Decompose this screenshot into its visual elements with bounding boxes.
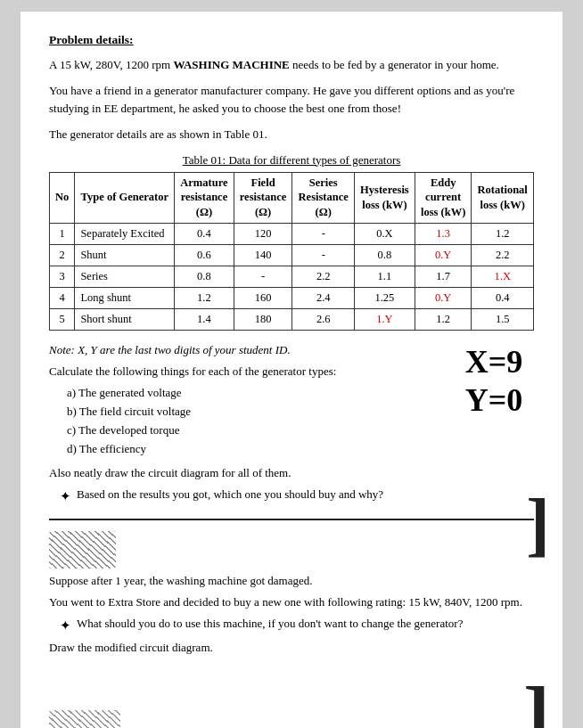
extra-store-text: You went to Extra Store and decided to b… bbox=[49, 595, 534, 609]
col-hysteresis: Hysteresisloss (kW) bbox=[354, 172, 415, 224]
row2-eddy: 0.Y bbox=[415, 245, 472, 266]
bullet-text-2: What should you do to use this machine, … bbox=[77, 617, 463, 631]
col-series: SeriesResistance(Ω) bbox=[292, 172, 355, 224]
calc-item-d: d) The efficiency bbox=[67, 442, 418, 456]
bottom-decoration-area: ] bbox=[49, 667, 534, 728]
bullet-arrow-icon-2: ✦ bbox=[60, 617, 71, 635]
scribble-decoration bbox=[49, 531, 116, 568]
row1-armature: 0.4 bbox=[175, 224, 234, 245]
x-value: X=9 bbox=[465, 343, 523, 381]
row5-eddy: 1.2 bbox=[415, 308, 472, 330]
calc-item-b: b) The field circuit voltage bbox=[67, 405, 418, 419]
row2-field: 140 bbox=[234, 245, 292, 266]
row4-field: 160 bbox=[234, 287, 292, 308]
table-title: Table 01: Data for different types of ge… bbox=[49, 153, 534, 168]
row1-no: 1 bbox=[50, 224, 75, 245]
row4-no: 4 bbox=[50, 287, 75, 308]
note-section: Note: X, Y are the last two digits of yo… bbox=[49, 343, 534, 461]
row1-eddy: 1.3 bbox=[415, 224, 472, 245]
scribble-row bbox=[49, 531, 534, 568]
row2-rotational: 2.2 bbox=[472, 245, 534, 266]
table-row: 1 Separately Excited 0.4 120 - 0.X 1.3 1… bbox=[50, 224, 534, 245]
row4-eddy: 0.Y bbox=[415, 287, 472, 308]
table-row: 3 Series 0.8 - 2.2 1.1 1.7 1.X bbox=[50, 266, 534, 287]
bold-washing-machine: WASHING MACHINE bbox=[173, 58, 289, 71]
row2-armature: 0.6 bbox=[175, 245, 234, 266]
row3-no: 3 bbox=[50, 266, 75, 287]
calc-item-c: c) The developed torque bbox=[67, 423, 418, 438]
row3-field: - bbox=[234, 266, 292, 287]
draw-modified-text: Draw the modified circuit diagram. bbox=[49, 641, 534, 655]
row3-rotational: 1.X bbox=[472, 266, 534, 287]
note-italic: Note: X, Y are the last two digits of yo… bbox=[49, 343, 418, 357]
row4-hysteresis: 1.25 bbox=[354, 287, 415, 308]
table-section: Table 01: Data for different types of ge… bbox=[49, 153, 534, 331]
scribble-left-bottom-icon bbox=[49, 710, 120, 728]
row1-rotational: 1.2 bbox=[472, 224, 534, 245]
right-bracket-bottom-icon: ] bbox=[523, 671, 550, 728]
calc-intro: Calculate the following things for each … bbox=[49, 364, 418, 379]
page: Problem details: A 15 kW, 280V, 1200 rpm… bbox=[20, 11, 563, 728]
generator-table: No Type of Generator Armatureresistance(… bbox=[49, 172, 534, 331]
row5-field: 180 bbox=[234, 308, 292, 330]
row3-eddy: 1.7 bbox=[415, 266, 472, 287]
table-row: 4 Long shunt 1.2 160 2.4 1.25 0.Y 0.4 bbox=[50, 287, 534, 308]
row1-hysteresis: 0.X bbox=[354, 224, 415, 245]
col-armature: Armatureresistance(Ω) bbox=[175, 172, 234, 224]
bullet-arrow-icon-1: ✦ bbox=[60, 487, 71, 506]
calc-items-list: a) The generated voltage b) The field ci… bbox=[67, 386, 418, 456]
suppose-text: Suppose after 1 year, the washing machin… bbox=[49, 574, 534, 588]
calc-item-a: a) The generated voltage bbox=[67, 386, 418, 400]
xy-values-box: X=9 Y=0 bbox=[454, 343, 534, 420]
row4-rotational: 0.4 bbox=[472, 287, 534, 308]
row2-no: 2 bbox=[50, 245, 75, 266]
row2-series: - bbox=[292, 245, 355, 266]
row5-rotational: 1.5 bbox=[472, 308, 534, 330]
col-type: Type of Generator bbox=[75, 172, 175, 224]
row5-hysteresis: 1.Y bbox=[354, 308, 415, 330]
row1-type: Separately Excited bbox=[75, 224, 175, 245]
row4-type: Long shunt bbox=[75, 287, 175, 308]
intro-para-3: The generator details are as shown in Ta… bbox=[49, 126, 534, 143]
col-no: No bbox=[50, 172, 75, 224]
bullet-item-2: ✦ What should you do to use this machine… bbox=[60, 617, 534, 635]
row3-type: Series bbox=[75, 266, 175, 287]
bullet-text-1: Based on the results you got, which one … bbox=[77, 487, 383, 502]
col-eddy: Eddycurrentloss (kW) bbox=[415, 172, 472, 224]
row3-armature: 0.8 bbox=[175, 266, 234, 287]
also-text: Also neatly draw the circuit diagram for… bbox=[49, 466, 534, 480]
row5-type: Short shunt bbox=[75, 308, 175, 330]
row5-series: 2.6 bbox=[292, 308, 355, 330]
row5-armature: 1.4 bbox=[175, 308, 234, 330]
bullet-item-1: ✦ Based on the results you got, which on… bbox=[60, 487, 534, 506]
row4-armature: 1.2 bbox=[175, 287, 234, 308]
intro-para-2: You have a friend in a generator manufac… bbox=[49, 82, 534, 118]
note-left-column: Note: X, Y are the last two digits of yo… bbox=[49, 343, 418, 461]
lower-section: Suppose after 1 year, the washing machin… bbox=[49, 531, 534, 728]
row4-series: 2.4 bbox=[292, 287, 355, 308]
row3-series: 2.2 bbox=[292, 266, 355, 287]
y-value: Y=0 bbox=[465, 381, 523, 420]
problem-title: Problem details: bbox=[49, 33, 534, 47]
intro-para-1: A 15 kW, 280V, 1200 rpm WASHING MACHINE … bbox=[49, 56, 534, 74]
col-rotational: Rotationalloss (kW) bbox=[472, 172, 534, 224]
row1-series: - bbox=[292, 224, 355, 245]
row2-hysteresis: 0.8 bbox=[354, 245, 415, 266]
col-field: Fieldresistance(Ω) bbox=[234, 172, 292, 224]
row2-type: Shunt bbox=[75, 245, 175, 266]
table-row: 5 Short shunt 1.4 180 2.6 1.Y 1.2 1.5 bbox=[50, 308, 534, 330]
row3-hysteresis: 1.1 bbox=[354, 266, 415, 287]
row5-no: 5 bbox=[50, 308, 75, 330]
section-divider: ] bbox=[49, 519, 534, 520]
row1-field: 120 bbox=[234, 224, 292, 245]
bottom-right-bracket: ] bbox=[523, 683, 550, 728]
bottom-left-scribble bbox=[49, 710, 120, 728]
table-row: 2 Shunt 0.6 140 - 0.8 0.Y 2.2 bbox=[50, 245, 534, 266]
